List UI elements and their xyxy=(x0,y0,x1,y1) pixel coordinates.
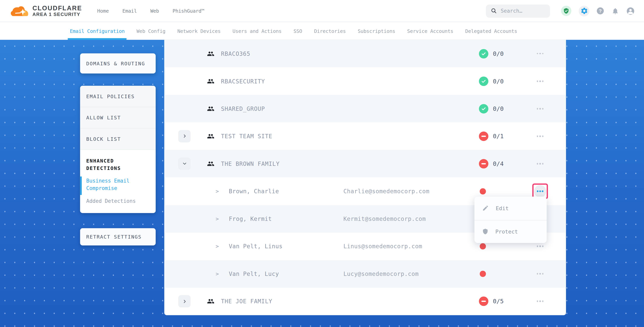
tab-network-devices[interactable]: Network Devices xyxy=(175,22,223,40)
ellipsis-icon xyxy=(536,246,544,247)
account-icon[interactable] xyxy=(627,7,634,14)
search-input[interactable]: Search… xyxy=(486,4,550,17)
app-header: CLOUDFLARE AREA 1 SECURITY HomeEmailWebP… xyxy=(0,0,644,22)
sidebar-item-label: EMAIL POLICIES xyxy=(86,93,135,99)
sidebar-link-added-detections[interactable]: Added Detections xyxy=(86,197,150,205)
tab-web-config[interactable]: Web Config xyxy=(134,22,167,40)
menu-item-edit[interactable]: Edit xyxy=(474,197,547,220)
nav-item-home[interactable]: Home xyxy=(97,8,109,14)
tab-directories[interactable]: Directories xyxy=(312,22,348,40)
search-icon xyxy=(491,8,497,14)
group-name: RBACO365 xyxy=(221,50,250,57)
member-expand-arrow[interactable]: > xyxy=(216,271,219,277)
ellipsis-icon xyxy=(536,273,544,275)
chevron-right-icon xyxy=(182,299,186,304)
table-row-member: >Van Pelt, LucyLucy@somedemocorp.com xyxy=(164,260,566,288)
row-menu-button[interactable] xyxy=(531,102,549,116)
sidebar-item-allow-list[interactable]: ALLOW LIST xyxy=(80,107,156,128)
expand-button[interactable] xyxy=(178,157,190,170)
tab-subscriptions[interactable]: Subscriptions xyxy=(356,22,397,40)
status-badge-alert xyxy=(479,159,488,169)
nav-item-email[interactable]: Email xyxy=(122,8,137,14)
expand-button[interactable] xyxy=(178,295,190,308)
member-email: Linus@somedemocorp.com xyxy=(344,243,422,250)
sidebar-item-label: DOMAINS & ROUTING xyxy=(86,60,145,66)
member-name: Brown, Charlie xyxy=(229,188,279,195)
cloudflare-cloud-icon xyxy=(10,5,29,17)
status-dot-alert xyxy=(480,243,486,249)
settings-gear-icon[interactable] xyxy=(579,5,590,16)
status-badge-alert xyxy=(479,297,488,306)
active-link-indicator xyxy=(80,177,82,195)
sidebar-enhanced-detections-section: ENHANCED DETECTIONS Business Email Compr… xyxy=(80,150,156,213)
group-icon xyxy=(207,133,214,140)
group-name: THE BROWN FAMILY xyxy=(221,160,280,167)
sidebar-item-email-policies[interactable]: EMAIL POLICIES xyxy=(80,86,156,107)
notifications-bell-icon[interactable] xyxy=(611,7,619,15)
sidebar-item-domains-routing[interactable]: DOMAINS & ROUTING xyxy=(80,53,156,73)
help-icon[interactable]: ? xyxy=(597,7,604,14)
logo-home-link[interactable]: CLOUDFLARE AREA 1 SECURITY xyxy=(10,5,82,17)
row-menu-button[interactable] xyxy=(531,294,549,308)
menu-item-protect[interactable]: Protect xyxy=(474,220,547,243)
status-badge-ok xyxy=(479,76,488,86)
member-expand-arrow[interactable]: > xyxy=(216,243,219,249)
minus-icon xyxy=(481,301,486,302)
protection-count: 0/0 xyxy=(493,78,504,84)
sidebar-item-enhanced-detections[interactable]: ENHANCED DETECTIONS xyxy=(86,157,150,172)
check-icon xyxy=(481,106,486,111)
row-context-menu: Edit Protect xyxy=(474,197,547,243)
protection-count: 0/4 xyxy=(493,160,504,167)
protection-count: 0/0 xyxy=(493,50,504,57)
group-name: TEST TEAM SITE xyxy=(221,133,272,140)
help-glyph: ? xyxy=(599,8,602,13)
member-email: Lucy@somedemocorp.com xyxy=(344,271,419,277)
nav-item-phishguard[interactable]: PhishGuard™ xyxy=(172,8,204,14)
groups-table: RBACO3650/0RBACSECURITY0/0SHARED_GROUP0/… xyxy=(164,40,566,315)
protection-count: 0/1 xyxy=(493,133,504,140)
member-name: Van Pelt, Lucy xyxy=(229,271,279,277)
table-row-group: RBACO3650/0 xyxy=(164,40,566,67)
tab-service-accounts[interactable]: Service Accounts xyxy=(405,22,455,40)
row-menu-button[interactable] xyxy=(531,47,549,61)
ellipsis-icon xyxy=(536,135,544,137)
member-expand-arrow[interactable]: > xyxy=(216,188,219,194)
protection-count: 0/0 xyxy=(493,105,504,112)
pencil-icon xyxy=(482,205,489,212)
table-row-group: RBACSECURITY0/0 xyxy=(164,67,566,95)
table-row-group: SHARED_GROUP0/0 xyxy=(164,95,566,122)
nav-item-web[interactable]: Web xyxy=(150,8,159,14)
group-name: SHARED_GROUP xyxy=(221,105,265,112)
status-badge-ok xyxy=(479,104,488,113)
tab-sso[interactable]: SSO xyxy=(292,22,304,40)
row-menu-button[interactable] xyxy=(531,267,549,281)
tab-delegated-accounts[interactable]: Delegated Accounts xyxy=(463,22,519,40)
menu-item-label: Edit xyxy=(496,205,508,211)
expand-button[interactable] xyxy=(178,130,190,142)
sidebar-item-block-list[interactable]: BLOCK LIST xyxy=(80,128,156,150)
row-menu-button[interactable] xyxy=(531,74,549,88)
chevron-right-icon xyxy=(182,134,186,138)
sidebar-item-retract-settings[interactable]: RETRACT SETTINGS xyxy=(80,228,156,246)
tab-users-and-actions[interactable]: Users and Actions xyxy=(230,22,284,40)
primary-nav: HomeEmailWebPhishGuard™ xyxy=(97,8,204,14)
ellipsis-icon xyxy=(536,301,544,302)
row-menu-button[interactable] xyxy=(531,129,549,143)
row-menu-button[interactable] xyxy=(531,157,549,171)
section-tabbar: Email ConfigurationWeb ConfigNetwork Dev… xyxy=(0,22,644,40)
check-icon xyxy=(481,51,486,56)
member-name: Van Pelt, Linus xyxy=(229,243,282,250)
group-icon xyxy=(207,105,214,112)
sidebar-item-label: ALLOW LIST xyxy=(86,115,121,121)
ellipsis-icon xyxy=(536,163,544,164)
status-badge-ok xyxy=(479,49,488,58)
sidebar-link-business-email-compromise[interactable]: Business Email Compromise xyxy=(86,177,150,192)
shield-check-icon[interactable] xyxy=(561,6,572,16)
minus-icon xyxy=(481,163,486,164)
brand-name: CLOUDFLARE xyxy=(32,5,82,11)
tab-email-configuration[interactable]: Email Configuration xyxy=(68,22,127,40)
table-body: RBACO3650/0RBACSECURITY0/0SHARED_GROUP0/… xyxy=(164,40,566,315)
member-expand-arrow[interactable]: > xyxy=(216,216,219,222)
page-content: DOMAINS & ROUTING EMAIL POLICIES ALLOW L… xyxy=(0,40,644,327)
member-email: Kermit@somedemocorp.com xyxy=(344,216,426,222)
